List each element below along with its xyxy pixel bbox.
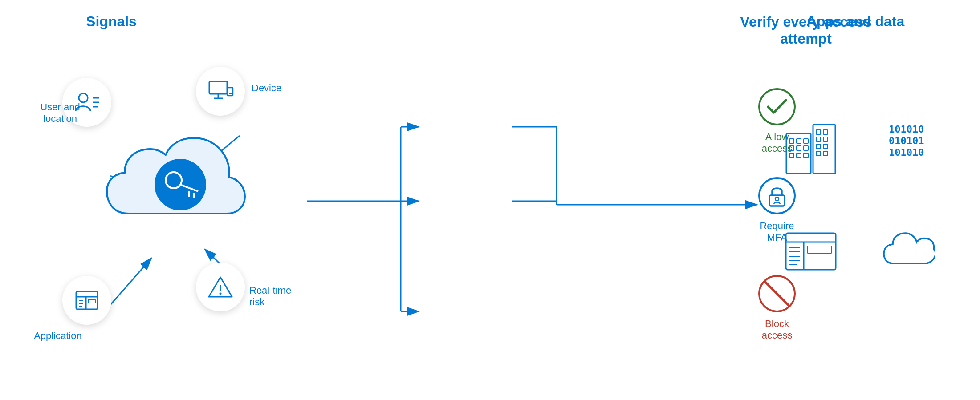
device-icon (196, 67, 245, 116)
svg-rect-51 (789, 153, 794, 158)
svg-rect-58 (823, 137, 828, 141)
application-icon (62, 276, 111, 325)
device-label: Device (252, 82, 281, 94)
svg-rect-56 (823, 130, 828, 134)
svg-rect-57 (816, 137, 821, 141)
svg-point-37 (220, 293, 222, 295)
app-window-icon (784, 231, 838, 273)
svg-point-14 (79, 93, 88, 102)
verify-section: Verify every accessattempt Allow access … (365, 0, 597, 400)
svg-rect-21 (228, 88, 233, 96)
realtime-risk-label: Real-time risk (249, 285, 298, 308)
svg-rect-18 (209, 81, 227, 94)
svg-rect-60 (823, 144, 828, 149)
realtime-risk-icon (196, 263, 245, 311)
svg-rect-48 (789, 146, 794, 150)
svg-rect-46 (797, 139, 801, 143)
data-binary-icon: 101010 010101 101010 (886, 120, 935, 166)
svg-rect-55 (816, 130, 821, 134)
signals-title: Signals (62, 13, 160, 30)
svg-text:101010: 101010 (889, 147, 924, 158)
apps-data-section: Apps and data (766, 0, 944, 400)
cloud-icon (882, 231, 935, 273)
svg-text:101010: 101010 (889, 124, 924, 135)
svg-rect-52 (797, 153, 801, 158)
diagram: Signals User and location (0, 0, 980, 400)
user-location-label: User and location (33, 101, 87, 125)
svg-text:010101: 010101 (889, 135, 924, 146)
svg-rect-53 (804, 153, 808, 158)
svg-rect-45 (789, 139, 794, 143)
svg-rect-61 (816, 151, 821, 156)
building-icon (784, 120, 838, 180)
application-label: Application (29, 330, 87, 342)
svg-rect-62 (823, 151, 828, 156)
signals-section: Signals User and location (27, 0, 303, 400)
cloud-key-icon (102, 125, 263, 240)
svg-rect-47 (804, 139, 808, 143)
svg-rect-50 (804, 146, 808, 150)
svg-rect-49 (797, 146, 801, 150)
svg-rect-31 (88, 299, 95, 303)
svg-rect-69 (807, 246, 832, 253)
apps-data-title: Apps and data (789, 13, 922, 30)
svg-rect-59 (816, 144, 821, 149)
